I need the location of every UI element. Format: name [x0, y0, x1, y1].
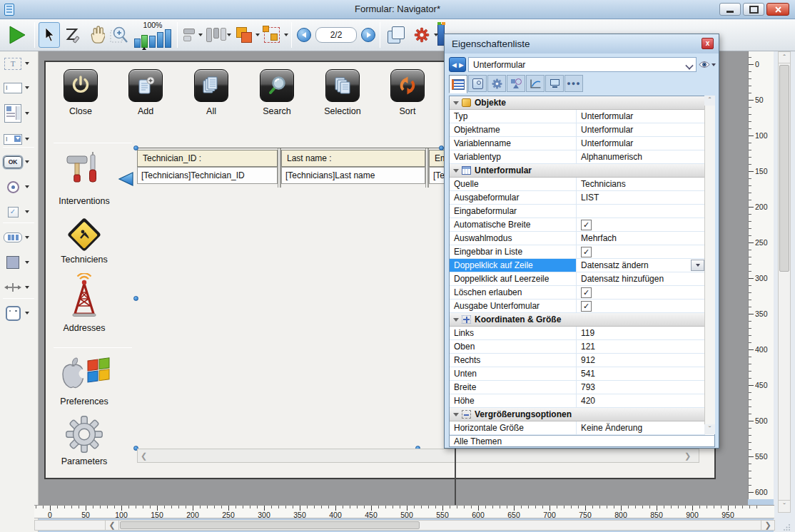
property-label[interactable]: Typ: [450, 110, 577, 123]
select-tool-button[interactable]: [39, 22, 60, 48]
dropdown-arrow-icon[interactable]: [25, 210, 29, 213]
tool-static-text[interactable]: T: [4, 54, 35, 73]
checkbox-checked-icon[interactable]: ✓: [581, 247, 592, 257]
property-value[interactable]: 912: [577, 354, 705, 367]
collapse-arrow-icon[interactable]: [453, 413, 459, 416]
nav-item-addresses[interactable]: [66, 272, 102, 322]
checkbox-checked-icon[interactable]: ✓: [581, 220, 592, 230]
property-label[interactable]: Variablentyp: [450, 150, 577, 163]
property-value[interactable]: Unterformular: [577, 123, 705, 136]
selection-mode-button[interactable]: [263, 25, 281, 45]
property-value[interactable]: 420: [577, 394, 705, 407]
scroll-right-icon[interactable]: ❯: [684, 451, 691, 461]
panel-tab-general[interactable]: [449, 75, 467, 93]
align-dropdown-arrow-icon[interactable]: [198, 34, 203, 36]
property-label[interactable]: Löschen erlauben: [450, 286, 577, 299]
panel-tab-settings[interactable]: [487, 75, 506, 92]
properties-panel[interactable]: Eigenschaftenliste x ◄► Unterformular ●●…: [444, 34, 719, 449]
panel-tab-details[interactable]: [468, 75, 487, 92]
panel-close-button[interactable]: x: [702, 38, 714, 49]
property-group-header[interactable]: Vergrößerungsoptionen: [450, 408, 705, 421]
property-value[interactable]: 793: [577, 381, 705, 394]
property-label[interactable]: Eingabeformular: [450, 205, 577, 218]
dropdown-arrow-icon[interactable]: [25, 62, 29, 65]
object-selector[interactable]: Unterformular: [468, 57, 697, 72]
dropdown-arrow-icon[interactable]: [25, 261, 29, 264]
property-value[interactable]: Technicians: [577, 178, 705, 190]
property-value[interactable]: Datensatz ändern: [577, 259, 705, 272]
property-label[interactable]: Ausgabe Unterfomular: [450, 300, 577, 312]
subform-hscrollbar[interactable]: ❮ ❯: [137, 449, 699, 463]
horizontal-scrollbar-thumb[interactable]: [120, 521, 420, 529]
object-type-icon[interactable]: ◄►: [449, 57, 466, 72]
vertical-scrollbar-thumb[interactable]: [779, 65, 789, 272]
align-tool-button[interactable]: [181, 26, 197, 44]
checkbox-checked-icon[interactable]: ✓: [581, 301, 592, 312]
form-button-close[interactable]: [64, 69, 98, 102]
page-indicator[interactable]: 2/2: [315, 27, 357, 43]
nav-item-interventions[interactable]: [59, 148, 109, 193]
property-label[interactable]: Höhe: [450, 394, 577, 407]
selection-handle[interactable]: [133, 296, 138, 301]
panel-footer[interactable]: Alle Themen: [449, 435, 715, 447]
tool-rectangle[interactable]: [4, 253, 35, 272]
tool-combo-box[interactable]: I: [4, 130, 35, 148]
property-value[interactable]: Datensatz hinzufügen: [577, 272, 705, 285]
panel-tab-curve[interactable]: [526, 75, 545, 92]
scroll-left-icon[interactable]: ❮: [141, 451, 147, 461]
run-button[interactable]: [6, 24, 29, 46]
guide-line[interactable]: [455, 449, 456, 505]
zoom-tool-button[interactable]: [108, 24, 130, 46]
property-label[interactable]: Ausgabeformular: [450, 191, 577, 204]
panel-tab-display[interactable]: [545, 75, 564, 92]
scroll-up-icon[interactable]: ˆ: [704, 96, 715, 106]
table-field-cell[interactable]: [Technicians]Technician_ID: [137, 167, 278, 184]
property-value[interactable]: ✓: [577, 245, 705, 258]
property-label[interactable]: Horizontale Größe: [450, 421, 577, 434]
tool-edit-field[interactable]: I: [4, 78, 35, 97]
form-button-sort[interactable]: [390, 69, 425, 102]
table-column-header[interactable]: Last name :: [281, 150, 425, 167]
panel-tab-more[interactable]: ●●●: [564, 75, 583, 92]
property-label[interactable]: Unten: [450, 367, 577, 380]
arrange-dropdown-arrow-icon[interactable]: [255, 34, 260, 36]
eye-button[interactable]: [699, 57, 716, 72]
property-label[interactable]: Automatische Breite: [450, 218, 577, 231]
scroll-down-icon[interactable]: ˇ: [778, 500, 791, 513]
property-group-header[interactable]: Objekte: [450, 96, 705, 110]
next-page-button[interactable]: [361, 28, 375, 42]
tool-splitter[interactable]: [4, 278, 35, 297]
collapse-arrow-icon[interactable]: [453, 169, 459, 173]
table-column-header[interactable]: Technician_ID :: [137, 150, 278, 167]
resize-grip[interactable]: [778, 520, 791, 531]
dropdown-arrow-icon[interactable]: [712, 63, 716, 66]
property-value[interactable]: Unterformular: [577, 137, 705, 150]
property-value[interactable]: Unterformular: [577, 110, 705, 123]
tool-toolbar[interactable]: [4, 228, 35, 247]
form-button-search[interactable]: [260, 69, 294, 102]
dropdown-arrow-icon[interactable]: [25, 138, 29, 140]
panel-tab-shapes[interactable]: [507, 75, 525, 92]
dropdown-arrow-icon[interactable]: [25, 236, 29, 239]
dropdown-button[interactable]: [691, 260, 704, 271]
distribute-dropdown-arrow-icon[interactable]: [227, 34, 231, 36]
property-label[interactable]: Doppelklick auf Zeile: [450, 259, 577, 272]
collapse-arrow-icon[interactable]: [453, 318, 459, 322]
form-button-all[interactable]: [194, 69, 228, 102]
form-button-selection[interactable]: [325, 69, 360, 102]
tool-image[interactable]: [4, 304, 35, 322]
property-label[interactable]: Quelle: [450, 178, 577, 190]
property-label[interactable]: Variablenname: [450, 137, 577, 150]
minimize-button[interactable]: [719, 3, 741, 16]
windows-button[interactable]: [385, 24, 407, 46]
close-button[interactable]: [766, 3, 789, 16]
property-label[interactable]: Breite: [450, 381, 577, 394]
zoom-level-widget[interactable]: 100%: [133, 21, 173, 49]
property-value[interactable]: 119: [577, 327, 705, 339]
property-label[interactable]: Eingebbar in Liste: [450, 245, 577, 258]
property-value[interactable]: ✓: [577, 300, 705, 312]
scroll-right-icon[interactable]: ❯: [761, 520, 775, 531]
property-label[interactable]: Links: [450, 327, 577, 339]
selection-handle[interactable]: [439, 145, 444, 150]
table-field-cell[interactable]: [Technicians]Last name: [281, 167, 425, 184]
